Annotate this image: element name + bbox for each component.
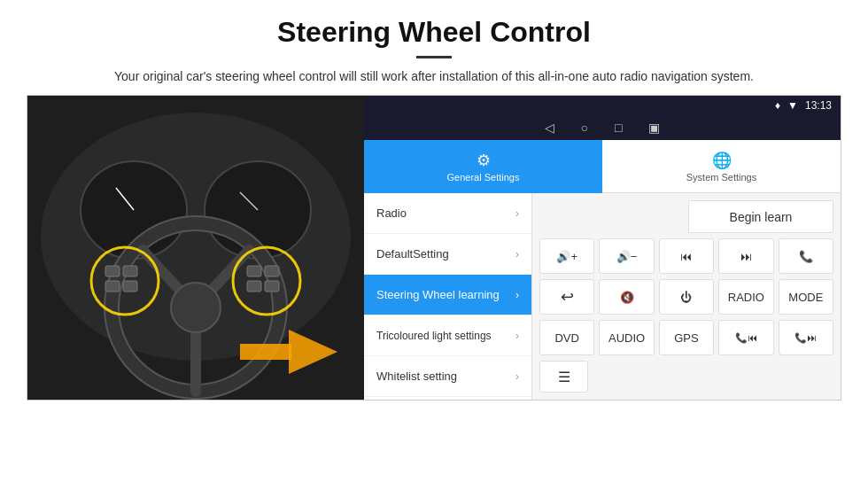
device-section: ♦ ▼ 13:13 ◁ ○ □ ▣ ⚙ General Settings 🌐 S… xyxy=(27,95,841,401)
chevron-right-icon: › xyxy=(515,207,519,220)
mute-button[interactable]: 🔇 xyxy=(599,279,654,315)
menu-item-radio[interactable]: Radio › xyxy=(364,193,531,234)
hang-up-button[interactable]: ↩ xyxy=(539,279,594,315)
tab-general-label: General Settings xyxy=(447,172,520,183)
tel-next-button[interactable]: 📞⏭ xyxy=(779,320,833,355)
mute-icon: 🔇 xyxy=(620,291,634,304)
audio-button[interactable]: AUDIO xyxy=(599,320,654,355)
svg-rect-21 xyxy=(265,281,279,292)
recents-nav-button[interactable]: □ xyxy=(615,121,622,135)
back-nav-button[interactable]: ◁ xyxy=(545,121,554,135)
settings-tabs: ⚙ General Settings 🌐 System Settings xyxy=(364,140,841,193)
svg-point-11 xyxy=(171,283,221,332)
gps-button[interactable]: GPS xyxy=(659,320,714,355)
signal-icon: ▼ xyxy=(787,99,798,112)
control-buttons-row2: ↩ 🔇 ⏻ RADIO MODE xyxy=(539,279,833,315)
right-panel: Begin learn 🔊+ 🔊− ⏮ ⏭ xyxy=(532,193,841,400)
next-track-icon: ⏭ xyxy=(740,250,752,263)
dvd-button[interactable]: DVD xyxy=(539,320,594,355)
svg-rect-14 xyxy=(105,266,120,276)
page-title: Steering Wheel Control xyxy=(35,16,833,49)
vol-down-button[interactable]: 🔊− xyxy=(599,238,654,274)
svg-rect-18 xyxy=(247,266,261,276)
page-subtitle: Your original car's steering wheel contr… xyxy=(35,67,833,86)
svg-rect-17 xyxy=(123,281,137,292)
chevron-right-icon: › xyxy=(515,248,519,261)
globe-icon: 🌐 xyxy=(712,151,732,170)
mode-label: MODE xyxy=(788,291,823,304)
page-header: Steering Wheel Control Your original car… xyxy=(0,0,868,95)
svg-rect-20 xyxy=(247,281,261,292)
bottom-icon-row: ☰ xyxy=(539,361,833,393)
location-icon: ♦ xyxy=(775,99,780,112)
tab-general-settings[interactable]: ⚙ General Settings xyxy=(364,140,602,193)
chevron-right-icon: › xyxy=(515,330,519,342)
radio-label: RADIO xyxy=(728,291,764,304)
power-button[interactable]: ⏻ xyxy=(659,279,714,315)
prev-track-icon: ⏮ xyxy=(680,250,692,263)
tel-prev-button[interactable]: 📞⏮ xyxy=(718,320,773,355)
hangup-icon: ↩ xyxy=(561,287,574,307)
svg-rect-19 xyxy=(265,266,279,276)
chevron-right-icon: › xyxy=(515,370,519,383)
vol-down-icon: 🔊− xyxy=(616,250,638,263)
android-ui: ♦ ▼ 13:13 ◁ ○ □ ▣ ⚙ General Settings 🌐 S… xyxy=(364,96,841,400)
vol-up-button[interactable]: 🔊+ xyxy=(539,238,594,274)
steering-wheel-svg xyxy=(27,96,364,400)
tel-prev-icon: 📞⏮ xyxy=(735,332,757,344)
cast-nav-button[interactable]: ▣ xyxy=(648,121,660,135)
power-icon: ⏻ xyxy=(680,291,692,304)
begin-learn-button[interactable]: Begin learn xyxy=(688,200,833,233)
home-nav-button[interactable]: ○ xyxy=(581,121,588,135)
menu-item-default-setting[interactable]: DefaultSetting › xyxy=(364,234,531,275)
menu-item-tricoloured[interactable]: Tricoloured light settings › xyxy=(364,315,531,356)
title-divider xyxy=(416,56,452,58)
radio-button[interactable]: RADIO xyxy=(718,279,773,315)
tel-next-icon: 📞⏭ xyxy=(794,332,817,344)
list-icon-button[interactable]: ☰ xyxy=(539,361,588,393)
nav-bar: ◁ ○ □ ▣ xyxy=(364,115,841,140)
svg-rect-23 xyxy=(240,344,291,360)
tab-system-label: System Settings xyxy=(686,172,756,183)
steering-wheel-image xyxy=(27,96,364,400)
svg-rect-15 xyxy=(123,266,137,276)
audio-label: AUDIO xyxy=(608,331,645,345)
control-buttons-row3: DVD AUDIO GPS 📞⏮ 📞⏭ xyxy=(539,320,833,355)
status-bar: ♦ ▼ 13:13 xyxy=(364,96,841,115)
vol-up-icon: 🔊+ xyxy=(556,250,577,263)
tab-system-settings[interactable]: 🌐 System Settings xyxy=(602,140,841,193)
chevron-right-icon: › xyxy=(515,289,519,301)
control-buttons-row1: 🔊+ 🔊− ⏮ ⏭ 📞 xyxy=(539,238,833,274)
left-menu: Radio › DefaultSetting › Steering Wheel … xyxy=(364,193,532,400)
mode-button[interactable]: MODE xyxy=(779,279,833,315)
begin-learn-row: Begin learn xyxy=(539,200,833,233)
spacer xyxy=(539,200,683,233)
gear-icon: ⚙ xyxy=(477,151,491,170)
gps-label: GPS xyxy=(674,331,698,345)
list-icon: ☰ xyxy=(558,369,570,385)
status-time: 13:13 xyxy=(805,99,832,112)
next-track-button[interactable]: ⏭ xyxy=(718,238,773,274)
prev-track-button[interactable]: ⏮ xyxy=(659,238,714,274)
svg-rect-16 xyxy=(105,281,120,292)
main-content: Radio › DefaultSetting › Steering Wheel … xyxy=(364,193,841,400)
dvd-label: DVD xyxy=(554,331,578,345)
menu-item-steering-wheel[interactable]: Steering Wheel learning › xyxy=(364,275,531,315)
phone-icon: 📞 xyxy=(799,250,813,263)
menu-item-whitelist[interactable]: Whitelist setting › xyxy=(364,356,531,397)
call-button[interactable]: 📞 xyxy=(779,238,833,274)
